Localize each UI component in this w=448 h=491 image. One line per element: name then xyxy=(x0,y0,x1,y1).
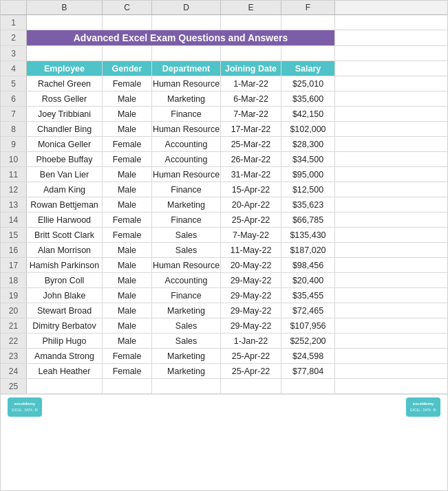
cell-name[interactable]: Ross Geller xyxy=(27,91,103,106)
cell-gender[interactable]: Female xyxy=(103,349,152,363)
cell-salary[interactable]: $102,000 xyxy=(281,122,335,136)
cell-date[interactable]: 15-Apr-22 xyxy=(221,182,281,197)
cell-date[interactable]: 7-May-22 xyxy=(221,228,281,242)
cell-date[interactable]: 29-May-22 xyxy=(221,273,281,287)
cell-gender[interactable]: Male xyxy=(103,303,152,318)
cell-name[interactable]: Rowan Bettjeman xyxy=(27,197,103,212)
cell-3d[interactable] xyxy=(152,46,221,61)
cell-date[interactable]: 6-Mar-22 xyxy=(221,91,281,106)
cell-name[interactable]: Dimitry Berbatov xyxy=(27,318,103,333)
cell-name[interactable]: Britt Scott Clark xyxy=(27,228,103,242)
cell-name[interactable]: Amanda Strong xyxy=(27,349,103,363)
cell-dept[interactable]: Marketing xyxy=(152,364,221,378)
cell-gender[interactable]: Male xyxy=(103,122,152,136)
cell-3f[interactable] xyxy=(281,46,335,61)
cell-25d[interactable] xyxy=(152,379,221,393)
cell-25e[interactable] xyxy=(221,379,281,393)
cell-gender[interactable]: Female xyxy=(103,364,152,378)
cell-date[interactable]: 17-Mar-22 xyxy=(221,122,281,136)
cell-name[interactable]: Alan Morrison xyxy=(27,243,103,257)
cell-dept[interactable]: Marketing xyxy=(152,303,221,318)
cell-3b[interactable] xyxy=(27,46,103,61)
cell-name[interactable]: Leah Heather xyxy=(27,364,103,378)
cell-gender[interactable]: Female xyxy=(103,137,152,151)
cell-name[interactable]: Adam King xyxy=(27,182,103,197)
cell-salary[interactable]: $42,150 xyxy=(281,107,335,121)
cell-3e[interactable] xyxy=(221,46,281,61)
cell-salary[interactable]: $25,010 xyxy=(281,76,335,91)
cell-dept[interactable]: Sales xyxy=(152,318,221,333)
cell-name[interactable]: Phoebe Buffay xyxy=(27,152,103,166)
cell-dept[interactable]: Sales xyxy=(152,228,221,242)
cell-gender[interactable]: Female xyxy=(103,152,152,166)
cell-gender[interactable]: Female xyxy=(103,228,152,242)
cell-dept[interactable]: Finance xyxy=(152,182,221,197)
cell-1d[interactable] xyxy=(152,15,221,30)
cell-dept[interactable]: Human Resource xyxy=(152,167,221,182)
cell-name[interactable]: John Blake xyxy=(27,288,103,303)
cell-gender[interactable]: Female xyxy=(103,212,152,227)
cell-date[interactable]: 26-Mar-22 xyxy=(221,152,281,166)
cell-salary[interactable]: $34,500 xyxy=(281,152,335,166)
cell-salary[interactable]: $95,000 xyxy=(281,167,335,182)
cell-date[interactable]: 25-Mar-22 xyxy=(221,137,281,151)
cell-name[interactable]: Ellie Harwood xyxy=(27,212,103,227)
cell-salary[interactable]: $12,500 xyxy=(281,182,335,197)
cell-date[interactable]: 20-May-22 xyxy=(221,258,281,272)
cell-gender[interactable]: Male xyxy=(103,197,152,212)
cell-dept[interactable]: Accounting xyxy=(152,137,221,151)
cell-salary[interactable]: $35,600 xyxy=(281,91,335,106)
cell-date[interactable]: 11-May-22 xyxy=(221,243,281,257)
cell-salary[interactable]: $107,956 xyxy=(281,318,335,333)
cell-date[interactable]: 29-May-22 xyxy=(221,288,281,303)
cell-1f[interactable] xyxy=(281,15,335,30)
cell-dept[interactable]: Finance xyxy=(152,107,221,121)
cell-name[interactable]: Byron Coll xyxy=(27,273,103,287)
cell-salary[interactable]: $77,804 xyxy=(281,364,335,378)
cell-date[interactable]: 20-Apr-22 xyxy=(221,197,281,212)
cell-name[interactable]: Philip Hugo xyxy=(27,334,103,348)
cell-1e[interactable] xyxy=(221,15,281,30)
cell-gender[interactable]: Male xyxy=(103,167,152,182)
cell-date[interactable]: 25-Apr-22 xyxy=(221,349,281,363)
cell-gender[interactable]: Male xyxy=(103,334,152,348)
cell-dept[interactable]: Sales xyxy=(152,334,221,348)
cell-gender[interactable]: Male xyxy=(103,273,152,287)
cell-salary[interactable]: $187,020 xyxy=(281,243,335,257)
cell-25f[interactable] xyxy=(281,379,335,393)
cell-date[interactable]: 29-May-22 xyxy=(221,318,281,333)
cell-salary[interactable]: $72,465 xyxy=(281,303,335,318)
cell-name[interactable]: Stewart Broad xyxy=(27,303,103,318)
cell-salary[interactable]: $98,456 xyxy=(281,258,335,272)
cell-salary[interactable]: $35,455 xyxy=(281,288,335,303)
cell-dept[interactable]: Human Resource xyxy=(152,76,221,91)
cell-dept[interactable]: Accounting xyxy=(152,152,221,166)
cell-name[interactable]: Hamish Parkinson xyxy=(27,258,103,272)
cell-dept[interactable]: Human Resource xyxy=(152,122,221,136)
cell-gender[interactable]: Male xyxy=(103,243,152,257)
cell-dept[interactable]: Accounting xyxy=(152,273,221,287)
cell-3c[interactable] xyxy=(103,46,152,61)
cell-dept[interactable]: Sales xyxy=(152,243,221,257)
cell-1b[interactable] xyxy=(27,15,103,30)
cell-dept[interactable]: Finance xyxy=(152,212,221,227)
cell-salary[interactable]: $135,430 xyxy=(281,228,335,242)
cell-salary[interactable]: $24,598 xyxy=(281,349,335,363)
cell-gender[interactable]: Male xyxy=(103,288,152,303)
cell-gender[interactable]: Male xyxy=(103,258,152,272)
cell-date[interactable]: 25-Apr-22 xyxy=(221,212,281,227)
cell-gender[interactable]: Male xyxy=(103,318,152,333)
cell-salary[interactable]: $66,785 xyxy=(281,212,335,227)
cell-name[interactable]: Monica Geller xyxy=(27,137,103,151)
cell-dept[interactable]: Marketing xyxy=(152,91,221,106)
cell-salary[interactable]: $252,200 xyxy=(281,334,335,348)
cell-name[interactable]: Joey Tribbiani xyxy=(27,107,103,121)
cell-gender[interactable]: Male xyxy=(103,107,152,121)
cell-salary[interactable]: $20,400 xyxy=(281,273,335,287)
cell-date[interactable]: 29-May-22 xyxy=(221,303,281,318)
cell-dept[interactable]: Marketing xyxy=(152,197,221,212)
cell-dept[interactable]: Marketing xyxy=(152,349,221,363)
cell-gender[interactable]: Male xyxy=(103,182,152,197)
cell-salary[interactable]: $35,623 xyxy=(281,197,335,212)
cell-name[interactable]: Rachel Green xyxy=(27,76,103,91)
